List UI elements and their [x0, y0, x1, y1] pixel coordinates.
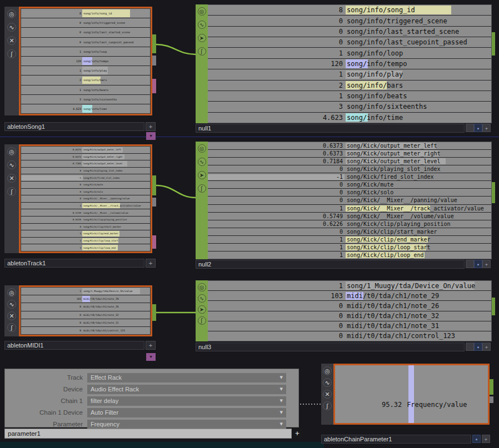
output-connector[interactable]	[492, 32, 495, 56]
add-button[interactable]: +	[482, 435, 490, 443]
cook-icon[interactable]: ʃ	[7, 323, 16, 332]
graph-icon[interactable]: ∿	[7, 160, 16, 169]
bypass-icon[interactable]: ✕	[7, 174, 16, 183]
output-connector[interactable]	[490, 379, 493, 395]
node-flags[interactable]: ◎ ∿ ✕ ʃ	[321, 364, 333, 425]
graph-icon[interactable]: ∿	[7, 23, 16, 32]
node-null1[interactable]: ◎ ∿ ➤ ʃ 8song/info/song_id0song/info/tri…	[196, 4, 499, 133]
bypass-icon[interactable]: ✕	[323, 390, 332, 399]
node-button[interactable]: ●	[472, 435, 481, 443]
output-connector[interactable]	[492, 182, 495, 203]
node-name-field[interactable]: abletonChainParameter1	[321, 435, 471, 444]
viewer-icon[interactable]: ◎	[7, 147, 16, 156]
node-name-field[interactable]: abletonMIDI1	[4, 341, 144, 350]
node-abletonTrack1[interactable]: ◎ ∿ ✕ ʃ 0.6373song/Kick/output_meter_lef…	[4, 144, 166, 270]
node-name-field[interactable]: abletonTrack1	[4, 259, 144, 268]
node-parameter1[interactable]: Track Effect Rack ▼ Device Audio Effect …	[4, 369, 305, 441]
node-flags[interactable]: ◎ ∿ ✕ ʃ	[4, 144, 19, 253]
cook-icon[interactable]: ʃ	[7, 49, 16, 58]
viewer-icon[interactable]: ◎	[198, 7, 206, 16]
chop-viewer[interactable]: 1song/1_Muugy/tda/Device_On/value103midi…	[19, 285, 152, 336]
node-button[interactable]: ●	[474, 260, 482, 268]
bypass-icon[interactable]: ✕	[7, 311, 16, 320]
output-connector[interactable]	[152, 304, 156, 321]
graph-icon[interactable]: ∿	[198, 294, 206, 303]
add-button[interactable]: +	[482, 343, 491, 351]
cook-icon[interactable]: ʃ	[198, 184, 206, 193]
graph-icon[interactable]: ∿	[198, 158, 206, 166]
graph-icon[interactable]: ∿	[323, 378, 332, 387]
resize-button[interactable]: +	[146, 341, 156, 350]
viewer-icon[interactable]: ◎	[198, 144, 206, 153]
node-button[interactable]	[466, 124, 474, 132]
expand-button[interactable]: ▼	[146, 353, 156, 361]
node-abletonChainParameter1[interactable]: ◎ ∿ ✕ ʃ 95.32 Frequency/value abletonCha…	[321, 364, 499, 445]
parameter-dropdown[interactable]: Frequency ▼	[87, 420, 286, 429]
node-name-field[interactable]: abletonSong1	[4, 122, 144, 131]
cook-icon[interactable]: ʃ	[7, 187, 16, 196]
channel-name: song/Kick/clip/start_marker	[347, 228, 491, 235]
node-button[interactable]: ●	[474, 343, 482, 351]
device-dropdown[interactable]: Audio Effect Rack ▼	[87, 385, 286, 394]
node-null2[interactable]: ◎ ∿ ➤ ʃ 0.6373song/Kick/output_meter_lef…	[196, 142, 499, 269]
resize-button[interactable]: +	[146, 259, 156, 268]
dropdown-value: Frequency	[91, 421, 119, 427]
channel-value: 0	[21, 31, 83, 34]
cook-icon[interactable]: ʃ	[323, 401, 332, 410]
channel-value: 1	[21, 232, 83, 235]
node-name-field[interactable]: parameter1	[4, 429, 292, 439]
chop-viewer[interactable]: 1song/1_Muugy/tda/Device_On/value103midi…	[208, 280, 492, 341]
chain1-dropdown[interactable]: filter delay ▼	[87, 396, 286, 406]
node-flags[interactable]: ◎ ∿ ✕ ʃ	[4, 285, 19, 336]
output-connector[interactable]	[492, 298, 495, 315]
chop-viewer[interactable]: 8song/info/song_id0song/info/triggered_s…	[208, 4, 492, 123]
cook-icon[interactable]: ʃ	[198, 316, 206, 325]
connector[interactable]	[152, 235, 156, 249]
node-name-field[interactable]: null2	[196, 260, 465, 269]
graph-icon[interactable]: ∿	[7, 300, 16, 309]
node-abletonSong1[interactable]: ◎ ∿ ✕ ʃ 8song/info/song_id0song/info/tri…	[4, 7, 166, 141]
connector[interactable]	[152, 79, 156, 93]
bypass-icon[interactable]: ✕	[7, 36, 16, 45]
add-button[interactable]: +	[482, 260, 491, 268]
viewer-icon[interactable]: ◎	[7, 9, 16, 18]
add-button[interactable]: +	[482, 124, 491, 132]
channel-value: 3	[21, 98, 83, 101]
viewer-icon[interactable]: ◎	[198, 283, 206, 291]
node-name-label: abletonMIDI1	[7, 342, 43, 349]
node-name-field[interactable]: null3	[196, 343, 465, 351]
connector[interactable]	[152, 198, 156, 207]
cook-icon[interactable]: ʃ	[198, 47, 206, 56]
track-dropdown[interactable]: Effect Rack ▼	[87, 373, 286, 382]
export-icon[interactable]: ➤	[198, 171, 206, 179]
node-flags[interactable]: ◎ ∿ ➤ ʃ	[196, 280, 208, 341]
output-connector[interactable]	[152, 175, 156, 195]
graph-icon[interactable]: ∿	[198, 21, 206, 29]
node-button[interactable]	[466, 343, 474, 351]
resize-button[interactable]: +	[146, 122, 156, 131]
chop-viewer[interactable]: 0.6373song/Kick/output_meter_left0.6373s…	[19, 144, 152, 253]
viewer-icon[interactable]: ◎	[7, 288, 16, 297]
node-flags[interactable]: ◎ ∿ ✕ ʃ	[4, 7, 19, 115]
channel-name: song/Kick/__Mixer__/track_activator/valu…	[83, 203, 150, 209]
node-button[interactable]	[466, 260, 474, 268]
resize-button[interactable]: +	[293, 427, 302, 439]
node-abletonMIDI1[interactable]: ◎ ∿ ✕ ʃ 1song/1_Muugy/tda/Device_On/valu…	[4, 285, 166, 363]
connector[interactable]	[152, 56, 156, 66]
node-flags[interactable]: ◎ ∿ ➤ ʃ	[196, 4, 208, 123]
node-button[interactable]: ●	[474, 124, 482, 132]
export-icon[interactable]: ➤	[198, 34, 206, 42]
export-icon[interactable]: ➤	[198, 305, 206, 314]
node-name-field[interactable]: null1	[196, 124, 465, 133]
expand-button[interactable]: ▼	[146, 132, 156, 140]
connector[interactable]	[490, 396, 493, 403]
viewer-icon[interactable]: ◎	[323, 366, 332, 375]
chop-viewer[interactable]: 95.32 Frequency/value	[333, 364, 490, 425]
chop-viewer[interactable]: 8song/info/song_id0song/info/triggered_s…	[19, 7, 152, 115]
chain1-device-dropdown[interactable]: Auto Filter ▼	[87, 408, 286, 417]
chop-viewer[interactable]: 0.6373song/Kick/output_meter_left0.6373s…	[208, 142, 492, 259]
channel-rows: 0.6373song/Kick/output_meter_left0.6373s…	[208, 142, 491, 259]
node-null3[interactable]: ◎ ∿ ➤ ʃ 1song/1_Muugy/tda/Device_On/valu…	[196, 280, 499, 353]
output-connector[interactable]	[152, 34, 156, 53]
node-flags[interactable]: ◎ ∿ ➤ ʃ	[196, 142, 208, 259]
